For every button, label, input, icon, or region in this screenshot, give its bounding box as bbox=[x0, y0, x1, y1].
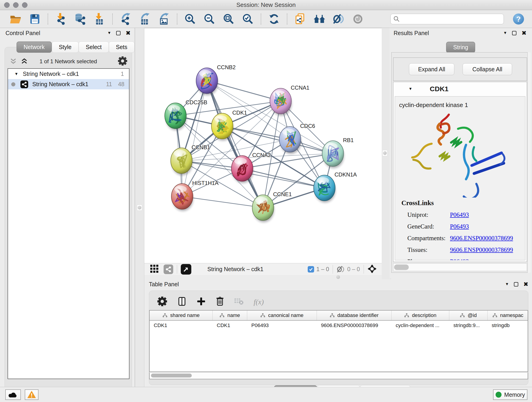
close-panel-icon[interactable]: ✖ bbox=[523, 282, 528, 287]
network-node-CCNE1[interactable]: CCNE1 bbox=[252, 191, 292, 222]
scrollbar-thumb[interactable] bbox=[394, 264, 409, 270]
add-column-icon[interactable] bbox=[197, 297, 206, 307]
crosslink-link[interactable]: P06493 bbox=[450, 258, 469, 260]
cell-canonical-name[interactable]: P06493 bbox=[247, 321, 317, 330]
network-thumbnail-icon[interactable] bbox=[164, 264, 173, 274]
show-columns-icon[interactable] bbox=[177, 297, 187, 307]
network-node-CCNB2[interactable]: CCNB2 bbox=[196, 64, 235, 95]
network-collection-row[interactable]: ▼ String Network – cdk1 1 bbox=[8, 69, 129, 79]
splitter-handle[interactable] bbox=[383, 151, 387, 155]
results-vertical-scrollbar[interactable] bbox=[527, 52, 531, 273]
search-box[interactable] bbox=[390, 14, 504, 24]
cell-namespac[interactable]: stringdb bbox=[488, 321, 528, 330]
open-view-in-window-icon[interactable] bbox=[181, 264, 191, 274]
float-panel-icon[interactable] bbox=[514, 282, 518, 287]
float-panel-icon[interactable] bbox=[116, 31, 120, 35]
column-header-shared-name[interactable]: shared name bbox=[150, 311, 213, 320]
tab-string[interactable]: String bbox=[446, 42, 475, 53]
network-node-RB1[interactable]: RB1 bbox=[322, 137, 354, 168]
refresh-view-icon[interactable] bbox=[264, 12, 284, 27]
column-header-description[interactable]: description bbox=[392, 311, 449, 320]
open-session-icon[interactable] bbox=[6, 12, 25, 27]
close-panel-icon[interactable]: ✖ bbox=[521, 31, 526, 35]
results-horizontal-scrollbar[interactable] bbox=[393, 263, 527, 271]
selected-indicator-checkbox[interactable] bbox=[308, 266, 314, 273]
tab-style[interactable]: Style bbox=[52, 41, 79, 53]
collapse-all-button[interactable]: Collapse All bbox=[462, 63, 512, 75]
tab-sets[interactable]: Sets bbox=[109, 41, 134, 53]
network-edge[interactable] bbox=[182, 81, 207, 196]
birds-eye-view-icon[interactable] bbox=[367, 264, 377, 274]
import-network-file-icon[interactable] bbox=[51, 12, 70, 27]
save-session-icon[interactable] bbox=[25, 12, 44, 27]
memory-button[interactable]: Memory bbox=[493, 389, 527, 400]
show-graphics-details-icon[interactable] bbox=[348, 12, 367, 27]
grid-view-icon[interactable] bbox=[150, 265, 158, 274]
scrollbar-thumb[interactable] bbox=[151, 374, 192, 377]
network-edge[interactable] bbox=[207, 81, 263, 208]
zoom-selected-icon[interactable] bbox=[238, 12, 258, 27]
column-header-canonical-name[interactable]: canonical name bbox=[247, 311, 317, 320]
help-button[interactable]: ? bbox=[513, 13, 524, 25]
close-window-button[interactable] bbox=[4, 2, 10, 8]
cell-description[interactable]: cyclin-dependent ... bbox=[392, 321, 449, 330]
column-header-database-identifier[interactable]: database identifier bbox=[317, 311, 392, 320]
cell-name[interactable]: CDK1 bbox=[213, 321, 247, 330]
tab-network[interactable]: Network bbox=[17, 41, 52, 53]
delete-column-icon[interactable] bbox=[215, 297, 224, 307]
table-settings-gear-icon[interactable] bbox=[157, 297, 167, 307]
zoom-window-button[interactable] bbox=[22, 2, 27, 8]
close-panel-icon[interactable]: ✖ bbox=[126, 31, 131, 35]
zoom-in-icon[interactable] bbox=[181, 12, 200, 27]
cloud-status-button[interactable] bbox=[5, 389, 21, 400]
network-row-selected[interactable]: String Network – cdk1 11 48 bbox=[8, 79, 129, 89]
search-input[interactable] bbox=[400, 16, 498, 22]
zoom-out-icon[interactable] bbox=[200, 12, 219, 27]
bottom-splitter[interactable] bbox=[144, 275, 382, 279]
minimize-window-button[interactable] bbox=[13, 2, 19, 8]
left-splitter[interactable] bbox=[135, 28, 144, 387]
copy-document-icon[interactable] bbox=[291, 12, 310, 27]
export-network-icon[interactable] bbox=[116, 12, 135, 27]
string-home-icon[interactable] bbox=[310, 12, 329, 27]
network-node-CDC6[interactable]: CDC6 bbox=[279, 123, 315, 154]
float-panel-icon[interactable] bbox=[512, 31, 516, 35]
column-header-name[interactable]: name bbox=[213, 311, 247, 320]
zoom-fit-icon[interactable] bbox=[219, 12, 238, 27]
network-node-CDK1[interactable]: CDK1 bbox=[211, 109, 247, 141]
import-network-database-icon[interactable] bbox=[70, 12, 90, 27]
column-header--id[interactable]: @id bbox=[449, 311, 488, 320]
network-node-HIST1H1A[interactable]: HIST1H1A bbox=[171, 180, 219, 211]
table-row[interactable]: CDK1CDK1P064939606.ENSP00000378699cyclin… bbox=[150, 321, 528, 330]
network-edge[interactable] bbox=[242, 168, 324, 188]
panel-menu-icon[interactable]: ▼ bbox=[505, 282, 509, 287]
network-node-CDC25B[interactable]: CDC25B bbox=[165, 99, 207, 130]
cell-shared-name[interactable]: CDK1 bbox=[150, 321, 213, 330]
crosslink-link[interactable]: 9606.ENSP00000378699 bbox=[450, 235, 513, 242]
table-horizontal-scrollbar[interactable] bbox=[149, 372, 528, 379]
export-image-icon[interactable] bbox=[154, 12, 174, 27]
import-table-file-icon[interactable] bbox=[90, 12, 109, 27]
crosslink-link[interactable]: 9606.ENSP00000378699 bbox=[450, 246, 513, 254]
cell--id[interactable]: stringdb:9... bbox=[449, 321, 488, 330]
panel-menu-icon[interactable]: ▼ bbox=[503, 31, 507, 35]
export-table-icon[interactable] bbox=[135, 12, 154, 27]
cell-database-identifier[interactable]: 9606.ENSP00000378699 bbox=[317, 321, 392, 330]
warnings-button[interactable] bbox=[25, 389, 38, 400]
hide-graphics-details-icon[interactable] bbox=[329, 12, 348, 27]
network-node-CCNA1[interactable]: CCNA1 bbox=[270, 85, 309, 116]
network-node-CDKN1A[interactable]: CDKN1A bbox=[314, 172, 357, 203]
tab-select[interactable]: Select bbox=[79, 41, 109, 53]
network-edge[interactable] bbox=[207, 81, 281, 101]
gene-collapse-icon[interactable]: ▼ bbox=[409, 87, 412, 91]
network-edge[interactable] bbox=[182, 196, 263, 208]
crosslink-link[interactable]: P06493 bbox=[450, 211, 469, 218]
splitter-handle[interactable] bbox=[138, 206, 141, 210]
panel-menu-icon[interactable]: ▼ bbox=[107, 31, 111, 35]
column-header-namespac[interactable]: namespac bbox=[488, 311, 528, 320]
crosslink-link[interactable]: P06493 bbox=[450, 223, 469, 230]
splitter-handle[interactable] bbox=[336, 275, 340, 279]
network-canvas[interactable]: CCNB2CCNA1CDC25BCDK1CDC6RB1CCNB1CCNA2CDK… bbox=[144, 28, 382, 263]
tree-expand-icon[interactable]: ▼ bbox=[14, 72, 18, 76]
expand-all-button[interactable]: Expand All bbox=[409, 63, 454, 75]
